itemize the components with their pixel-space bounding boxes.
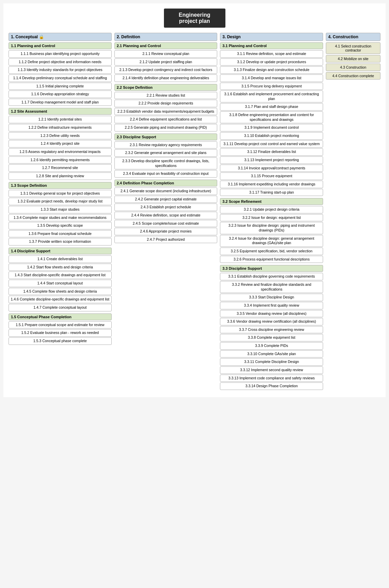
subsection-2-4-header: 2.4 Definition Phase Completion [114,180,218,186]
columns-wrapper: 1. Conceptual 🔒 1.1 Planning and Control… [9,33,380,392]
item-2-2-1: 2.2.1 Review studies list [114,92,218,99]
item-1-2-8: 1.2.8 Site and planning review [9,172,112,180]
item-1-4-5: 1.4.5 Complete flow sheets and design cr… [9,288,112,295]
item-3-2-5: 3.2.5 Equipment specification, bid, vend… [220,248,323,255]
item-3-3-11: 3.3.11 Complete Discipline Design [220,358,323,366]
item-1-1-5: 1.1.5 Initial planning complete [9,83,112,90]
item-2-4-4: 2.4.4 Review definition, scope and estim… [114,212,218,219]
item-3-3-1: 3.3.1 Establish discipline governing cod… [220,273,323,280]
subsection-3-3-items: 3.3.1 Establish discipline governing cod… [220,273,323,390]
item-1-4-7: 1.4.7 Complete conceptual layout [9,304,112,311]
item-1-1-7: 1.1.7 Develop management model and staff… [9,99,112,106]
item-3-2-2: 3.2.2 Issue for design: equipment list [220,214,323,222]
item-3-3-5: 3.3.5 Vendor drawing review (all discipl… [220,310,323,318]
section-2-2: 2.2 Scope Definition 2.2.1 Review studie… [114,84,218,131]
item-3-3-8: 3.3.8 Complete equipment list [220,334,323,341]
item-3-3-13: 3.3.13 Implement code compliance and saf… [220,375,323,382]
subsection-2-2-header: 2.2 Scope Definition [114,84,218,91]
item-3-2-4: 3.2.4 Issue for discipline design: gener… [220,235,323,247]
item-3-3-3: 3.3.3 Start Discipline Design [220,294,323,301]
item-3-1-14: 3.1.14 Invoice approval/contract payment… [220,165,323,172]
item-3-1-12: 3.1.12 Finalize deliverables list [220,148,323,156]
item-3-1-9: 3.1.9 Implement document control [220,124,323,131]
item-1-2-5: 1.2.5 Assess regulatory and environmenta… [9,148,112,156]
col2-header: 2. Definition [114,33,218,41]
item-2-4-3: 2.4.3 Establish project schedule [114,204,218,211]
section-1-1: 1.1 Planning and Control 1.1.1 Business … [9,42,112,106]
section-2-1: 2.1 Planning and Control 2.1.1 Review co… [114,42,218,82]
item-1-3-3: 1.3.3 Start major studies [9,206,112,213]
item-2-1-3: 2.1.3 Develop project contingency and in… [114,66,218,74]
item-2-3-4: 2.3.4 Evaluate input on feasibility of c… [114,170,218,178]
item-1-2-2: 1.2.2 Define infrastructure requirements [9,124,112,131]
section-1-4: 1.4 Discipline Support 1.4.1 Create deli… [9,248,112,311]
item-4-4: 4.4 Construction complete [326,72,380,80]
item-1-3-1: 1.3.1 Develop general scope for project … [9,190,112,197]
subsection-1-3-header: 1.3 Scope Definition [9,182,112,189]
subsection-1-1-items: 1.1.1 Business plan identifying project … [9,50,112,106]
subsection-2-3-items: 2.3.1 Review regulatory agency requireme… [114,141,218,178]
col3-header: 3. Design [220,33,323,41]
item-1-3-5: 1.3.5 Develop specific scope [9,222,112,229]
item-3-1-10: 3.1.10 Establish project monitoring [220,132,323,140]
item-1-4-6: 1.4.6 Complete discipline-specific drawi… [9,296,112,303]
column-construction: 4. Construction 4.1 Select construction … [326,33,380,81]
item-3-1-16: 3.1.16 Implement expediting including ve… [220,181,323,188]
page-container: Engineeringproject plan 1. Conceptual 🔒 … [3,3,386,397]
item-2-3-2: 2.3.2 Generate general arrangement and s… [114,149,218,157]
item-3-3-9: 3.3.9 Complete PIDs [220,342,323,350]
item-1-1-4: 1.1.4 Develop preliminary conceptual sch… [9,74,112,82]
item-3-3-10: 3.3.10 Complete GAs/site plan [220,350,323,358]
item-4-3: 4.3 Construction [326,64,380,71]
item-3-3-14: 3.3.14 Design Phase Completion [220,382,323,390]
item-3-2-3: 3.2.3 Issue for discipline design: pipin… [220,222,323,234]
item-3-3-12: 3.3.12 Implement second quality review [220,366,323,374]
section-3-1: 3.1 Planning and Control 3.1.1 Review de… [220,42,323,196]
item-2-4-1: 2.4.1 Generate scope document (including… [114,187,218,195]
item-1-1-1: 1.1.1 Business plan identifying project … [9,50,112,58]
item-1-2-1: 1.2.1 Identify potential sites [9,116,112,123]
subsection-3-1-header: 3.1 Planning and Control [220,42,323,49]
item-2-4-5: 2.4.5 Scope complete/issue cost estimate [114,220,218,227]
column-conceptual: 1. Conceptual 🔒 1.1 Planning and Control… [9,33,112,347]
section-3-3: 3.3 Discipline Support 3.3.1 Establish d… [220,265,323,390]
subsection-3-1-items: 3.1.1 Review definition, scope and estim… [220,50,323,196]
subsection-3-2-header: 3.2 Scope Refinement [220,198,323,205]
item-1-2-3: 1.2.3 Define utility needs [9,132,112,140]
item-1-4-2: 1.4.2 Start flow sheets and design crite… [9,264,112,271]
item-3-1-13: 3.1.13 Implement project reporting [220,156,323,164]
item-2-4-2: 2.4.2 Generate project capital estimate [114,196,218,203]
item-1-4-1: 1.4.1 Create deliverables list [9,255,112,263]
item-1-3-7: 1.3.7 Provide written scope information [9,238,112,246]
item-2-4-7: 2.4.7 Project authorized [114,236,218,243]
item-2-1-1: 2.1.1 Review conceptual plan [114,50,218,58]
item-3-1-17: 3.1.17 Training start-up plan [220,189,323,196]
subsection-1-3-items: 1.3.1 Develop general scope for project … [9,190,112,246]
subsection-2-4-items: 2.4.1 Generate scope document (including… [114,187,218,243]
section-1-3: 1.3 Scope Definition 1.3.1 Develop gener… [9,182,112,246]
item-1-2-6: 1.2.6 Identify permitting requirements [9,156,112,164]
subsection-1-2-items: 1.2.1 Identify potential sites 1.2.2 Def… [9,116,112,180]
item-1-2-4: 1.2.4 Identify project site [9,140,112,148]
item-1-3-2: 1.3.2 Evaluate project needs, develop ma… [9,198,112,205]
item-2-2-2: 2.2.2 Provide design requirements [114,100,218,107]
section-3-2: 3.2 Scope Refinement 3.2.1 Update projec… [220,198,323,263]
item-3-3-7: 3.3.7 Cross discipline engineering revie… [220,326,323,334]
item-4-1: 4.1 Select construction contractor [326,42,380,54]
item-3-1-6: 3.1.6 Establish and implement procuremen… [220,90,323,102]
item-2-1-2: 2.1.2 Update project staffing plan [114,58,218,66]
col1-header: 1. Conceptual 🔒 [9,33,112,41]
item-3-1-15: 3.1.15 Procure equipment [220,172,323,180]
subsection-1-5-header: 1.5 Conceptual Phase Completion [9,313,112,320]
item-3-2-6: 3.2.6 Process equipment functional descr… [220,256,323,263]
subsection-1-1-header: 1.1 Planning and Control [9,42,112,49]
item-3-1-5: 3.1.5 Procure long delivery equipment [220,83,323,90]
item-3-1-7: 3.1.7 Plan and staff design phase [220,103,323,111]
subsection-2-1-header: 2.1 Planning and Control [114,42,218,49]
item-1-1-3: 1.1.3 Identify industry standards for pr… [9,66,112,74]
section-1-2: 1.2 Site Assessment 1.2.1 Identify poten… [9,108,112,180]
item-1-5-1: 1.5.1 Prepare conceptual scope and estim… [9,321,112,329]
item-1-4-4: 1.4.4 Start conceptual layout [9,280,112,287]
item-3-1-8: 3.1.8 Define engineering presentation an… [220,111,323,123]
subsection-3-3-header: 3.3 Discipline Support [220,265,323,272]
